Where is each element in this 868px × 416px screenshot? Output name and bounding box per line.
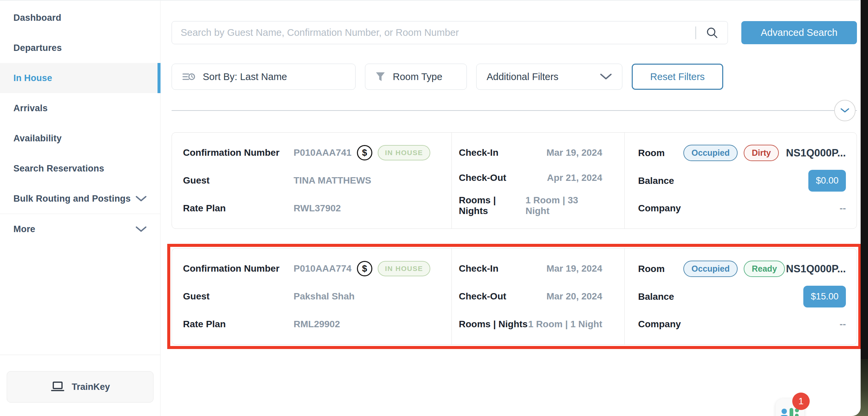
sidebar-item-label: Availability (13, 133, 62, 144)
rooms-nights-value: 1 Room | 1 Night (528, 319, 602, 329)
sidebar-item-label: Dashboard (13, 13, 61, 23)
card-room-section: Room Occupied Dirty NS1Q000P... Balance … (625, 133, 857, 228)
advanced-search-button[interactable]: Advanced Search (741, 21, 857, 44)
confirmation-value: P010AAA741 (293, 148, 351, 158)
sidebar-item-label: More (13, 224, 35, 234)
chevron-down-icon (135, 195, 147, 202)
check-in-value: Mar 19, 2024 (546, 148, 602, 158)
company-value: -- (839, 319, 846, 329)
sidebar-item-label: In House (13, 73, 52, 84)
results-divider (172, 110, 857, 111)
funnel-filter-icon (375, 71, 385, 82)
chevron-down-icon (135, 226, 147, 232)
rooms-nights-value: 1 Room | 33 Night (526, 195, 602, 216)
search-icon[interactable] (706, 26, 719, 39)
search-input[interactable] (181, 27, 686, 38)
in-house-badge: IN HOUSE (378, 145, 431, 160)
card-stay-section: Check-In Mar 19, 2024 Check-Out Apr 21, … (452, 133, 625, 228)
search-row: Advanced Search (172, 21, 857, 44)
app-window: Dashboard Departures In House Arrivals A… (0, 0, 861, 416)
chevron-down-icon (840, 108, 849, 113)
sidebar-item-search-reservations[interactable]: Search Reservations (0, 153, 160, 184)
laptop-icon (50, 381, 65, 393)
company-label: Company (638, 319, 681, 329)
sort-by-time-icon (182, 71, 195, 82)
room-status-badge-ready: Ready (744, 261, 785, 277)
company-value: -- (839, 203, 846, 214)
sidebar-item-more[interactable]: More (0, 214, 160, 244)
guest-value: TINA MATTHEWS (293, 175, 442, 186)
sort-by-button[interactable]: Sort By: Last Name (172, 64, 355, 90)
room-type-filter-button[interactable]: Room Type (365, 64, 467, 90)
balance-label: Balance (638, 291, 674, 302)
sidebar-item-label: Search Reservations (13, 163, 104, 174)
confirmation-label: Confirmation Number (183, 263, 293, 274)
card-guest-section: Confirmation Number P010AAA741 $ IN HOUS… (172, 133, 452, 228)
trainkey-label: TrainKey (72, 382, 110, 392)
balance-amount-button[interactable]: $15.00 (803, 286, 846, 308)
guest-value: Pakshal Shah (293, 291, 442, 302)
main-content: Advanced Search Sort By: Last Name Room … (160, 1, 861, 416)
confirmation-label: Confirmation Number (183, 148, 293, 158)
reservation-card-highlighted[interactable]: Confirmation Number P010AAA774 $ IN HOUS… (172, 248, 857, 345)
sidebar-nav: Dashboard Departures In House Arrivals A… (0, 1, 160, 244)
rate-plan-value: RWL37902 (293, 203, 442, 214)
check-in-label: Check-In (459, 263, 498, 274)
sidebar-item-departures[interactable]: Departures (0, 33, 160, 63)
room-status-badge-occupied: Occupied (683, 145, 738, 161)
sidebar-item-label: Departures (13, 43, 62, 53)
room-number-value: NS1Q000P... (786, 147, 846, 159)
sidebar-item-label: Bulk Routing and Postings (13, 194, 131, 204)
sidebar-item-availability[interactable]: Availability (0, 123, 160, 153)
sort-by-label: Sort By: Last Name (203, 71, 287, 83)
in-house-badge: IN HOUSE (378, 261, 431, 276)
sidebar-item-dashboard[interactable]: Dashboard (0, 3, 160, 33)
check-in-label: Check-In (459, 148, 498, 158)
rate-plan-value: RML29902 (293, 319, 442, 329)
additional-filters-label: Additional Filters (487, 71, 558, 83)
sidebar-footer: TrainKey (0, 355, 160, 416)
guest-label: Guest (183, 291, 293, 302)
guest-label: Guest (183, 175, 293, 186)
room-label: Room (638, 148, 664, 158)
rooms-nights-label: Rooms | Nights (459, 195, 526, 216)
balance-amount-button[interactable]: $0.00 (808, 170, 846, 192)
rate-plan-label: Rate Plan (183, 203, 293, 214)
chevron-down-icon (600, 73, 612, 80)
additional-filters-button[interactable]: Additional Filters (476, 64, 622, 90)
room-label: Room (638, 264, 664, 274)
notification-badge: 1 (792, 392, 810, 410)
confirmation-value: P010AAA774 (293, 263, 351, 274)
collapse-toggle-button[interactable] (834, 100, 856, 121)
company-label: Company (638, 203, 681, 214)
check-in-value: Mar 19, 2024 (546, 263, 602, 274)
room-status-badge-dirty: Dirty (744, 145, 779, 161)
room-number-value: NS1Q000P... (786, 263, 846, 275)
sidebar-item-bulk-routing[interactable]: Bulk Routing and Postings (0, 184, 160, 214)
reservation-card[interactable]: Confirmation Number P010AAA741 $ IN HOUS… (172, 132, 857, 229)
sidebar: Dashboard Departures In House Arrivals A… (0, 1, 160, 416)
check-out-value: Mar 20, 2024 (546, 291, 602, 302)
card-stay-section: Check-In Mar 19, 2024 Check-Out Mar 20, … (452, 249, 625, 344)
card-guest-section: Confirmation Number P010AAA774 $ IN HOUS… (172, 249, 452, 344)
payment-dollar-icon[interactable]: $ (357, 145, 372, 160)
check-out-label: Check-Out (459, 172, 506, 183)
sidebar-item-arrivals[interactable]: Arrivals (0, 93, 160, 123)
reset-filters-button[interactable]: Reset Filters (632, 64, 723, 90)
sidebar-item-in-house[interactable]: In House (0, 63, 160, 93)
payment-dollar-icon[interactable]: $ (357, 261, 372, 276)
chat-app-icon[interactable]: 1 (775, 398, 804, 416)
room-type-label: Room Type (393, 71, 442, 83)
sidebar-item-label: Arrivals (13, 103, 48, 114)
search-box (172, 21, 728, 44)
check-out-label: Check-Out (459, 291, 506, 302)
trainkey-button[interactable]: TrainKey (7, 371, 154, 403)
filter-row: Sort By: Last Name Room Type Additional … (172, 64, 857, 90)
search-separator (695, 27, 696, 39)
check-out-value: Apr 21, 2024 (547, 172, 602, 183)
room-status-badge-occupied: Occupied (683, 261, 738, 277)
rooms-nights-label: Rooms | Nights (459, 319, 527, 329)
card-room-section: Room Occupied Ready NS1Q000P... Balance … (625, 249, 857, 344)
balance-label: Balance (638, 175, 674, 186)
rate-plan-label: Rate Plan (183, 319, 293, 329)
